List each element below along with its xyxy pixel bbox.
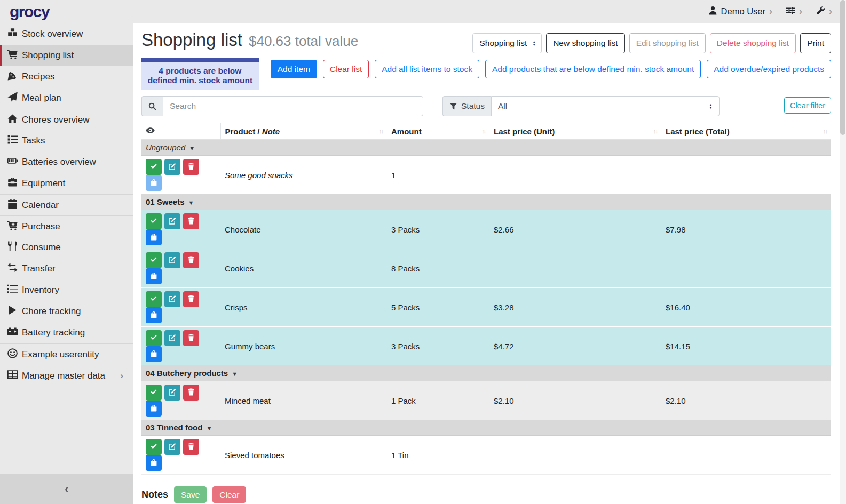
column-header-product-note[interactable]: Product / Note↑↓	[220, 123, 387, 140]
top-navbar: grocy Demo User › › ›	[0, 0, 846, 23]
edit-row-button[interactable]	[164, 213, 180, 229]
product-card-row-button[interactable]	[146, 229, 162, 245]
product-card-row-button[interactable]	[146, 346, 162, 362]
column-header-last-price-total[interactable]: Last price (Total)↑↓	[661, 123, 831, 140]
product-card-row-button[interactable]	[146, 307, 162, 323]
tasks-icon	[7, 134, 18, 147]
delete-row-button[interactable]	[183, 439, 199, 455]
sidebar-item-chore-tracking[interactable]: Chore tracking	[0, 301, 133, 322]
notes-save-button[interactable]: Save	[174, 486, 207, 503]
sidebar-item-consume[interactable]: Consume	[0, 237, 133, 258]
sidebar-item-stock-overview[interactable]: Stock overview	[0, 23, 133, 45]
list-icon	[7, 284, 18, 297]
status-filter-group: Status All ▲▼	[442, 96, 720, 116]
add-overdue-expired-products-button[interactable]: Add overdue/expired products	[707, 60, 831, 78]
delete-row-button[interactable]	[183, 330, 199, 346]
sidebar-item-chores-overview[interactable]: Chores overview	[0, 109, 133, 130]
group-row-04-butchery-products[interactable]: 04 Butchery products▼	[141, 365, 831, 381]
user-menu[interactable]: Demo User ›	[708, 6, 772, 17]
app-logo[interactable]: grocy	[10, 3, 49, 21]
cell-last-price-total: $14.15	[661, 327, 831, 366]
group-row-01-sweets[interactable]: 01 Sweets▼	[141, 194, 831, 210]
done-row-button[interactable]	[146, 213, 162, 229]
sidebar-item-inventory[interactable]: Inventory	[0, 279, 133, 301]
done-row-button[interactable]	[146, 159, 162, 175]
sidebar-item-label: Tasks	[22, 135, 45, 146]
status-select[interactable]: All ▲▼	[491, 96, 720, 116]
scrollbar-thumb[interactable]	[840, 0, 845, 135]
group-row-ungrouped[interactable]: Ungrouped▼	[141, 140, 831, 156]
sidebar-item-batteries-overview[interactable]: Batteries overview	[0, 151, 133, 173]
delete-row-button[interactable]	[183, 385, 199, 401]
pizza-slice-icon	[7, 70, 18, 83]
sidebar-item-purchase[interactable]: Purchase	[0, 215, 133, 237]
sort-icon: ↑↓	[379, 128, 383, 134]
cell-last-price-unit	[489, 249, 661, 288]
sidebar-item-shopping-list[interactable]: Shopping list	[0, 45, 133, 66]
edit-row-button[interactable]	[164, 330, 180, 346]
sidebar-item-label: Example userentity	[22, 349, 99, 360]
column-header-amount[interactable]: Amount↑↓	[387, 123, 489, 140]
page-title: Shopping list	[141, 30, 242, 50]
check-icon	[150, 163, 157, 172]
done-row-button[interactable]	[146, 291, 162, 307]
print-button[interactable]: Print	[800, 33, 831, 53]
cell-last-price-total: $16.40	[661, 288, 831, 327]
delete-row-button[interactable]	[183, 213, 199, 229]
edit-shopping-list-button[interactable]: Edit shopping list	[629, 33, 706, 53]
done-row-button[interactable]	[146, 330, 162, 346]
check-icon	[150, 443, 157, 452]
sidebar-item-transfer[interactable]: Transfer	[0, 258, 133, 279]
cell-last-price-unit	[489, 156, 661, 195]
product-card-row-button[interactable]	[146, 455, 162, 471]
sidebar-item-calendar[interactable]: Calendar	[0, 194, 133, 215]
sidebar-item-meal-plan[interactable]: Meal plan	[0, 87, 133, 109]
delete-row-button[interactable]	[183, 291, 199, 307]
product-card-row-button[interactable]	[146, 175, 162, 191]
add-all-list-items-to-stock-button[interactable]: Add all list items to stock	[375, 60, 479, 78]
done-row-button[interactable]	[146, 439, 162, 455]
product-card-row-button[interactable]	[146, 268, 162, 284]
table-row-some-good-snacks: Some good snacks1	[141, 156, 831, 195]
sidebar-item-tasks[interactable]: Tasks	[0, 130, 133, 151]
done-row-button[interactable]	[146, 252, 162, 268]
sidebar-item-recipes[interactable]: Recipes	[0, 66, 133, 87]
edit-row-button[interactable]	[164, 159, 180, 175]
delete-row-button[interactable]	[183, 159, 199, 175]
group-row-03-tinned-food[interactable]: 03 Tinned food▼	[141, 420, 831, 436]
column-header-last-price-unit[interactable]: Last price (Unit)↑↓	[489, 123, 661, 140]
car-battery-icon	[7, 326, 18, 339]
edit-row-button[interactable]	[164, 252, 180, 268]
edit-row-button[interactable]	[164, 439, 180, 455]
sidebar-item-label: Transfer	[22, 263, 56, 274]
sidebar-item-manage-master-data[interactable]: Manage master data›	[0, 365, 133, 386]
table-row-minced-meat: Minced meat1 Pack$2.10$2.10	[141, 381, 831, 420]
settings-menu[interactable]: ›	[786, 6, 802, 17]
sidebar-item-battery-tracking[interactable]: Battery tracking	[0, 322, 133, 343]
sidebar-item-example-userentity[interactable]: Example userentity	[0, 343, 133, 365]
edit-row-button[interactable]	[164, 291, 180, 307]
sidebar-collapse[interactable]: ‹	[0, 474, 133, 504]
cell-product: Chocolate	[220, 210, 387, 249]
search-input[interactable]	[163, 96, 423, 116]
wrench-icon	[816, 6, 825, 17]
delete-shopping-list-button[interactable]: Delete shopping list	[710, 33, 796, 53]
add-products-that-are-below-defined-min-stock-amount-button[interactable]: Add products that are below defined min.…	[485, 60, 701, 78]
done-row-button[interactable]	[146, 385, 162, 401]
table-icon	[7, 370, 18, 382]
user-icon	[708, 6, 717, 17]
clear-list-button[interactable]: Clear list	[323, 60, 369, 78]
battery-icon	[7, 156, 18, 169]
add-item-button[interactable]: Add item	[271, 60, 317, 78]
sidebar-item-equipment[interactable]: Equipment	[0, 173, 133, 194]
column-visibility-toggle[interactable]	[141, 123, 220, 140]
clear-filter-button[interactable]: Clear filter	[784, 97, 831, 114]
edit-icon	[169, 443, 176, 452]
product-card-row-button[interactable]	[146, 401, 162, 417]
notes-clear-button[interactable]: Clear	[212, 486, 246, 503]
admin-menu[interactable]: ›	[816, 6, 832, 17]
edit-row-button[interactable]	[164, 385, 180, 401]
shopping-list-select[interactable]: Shopping list ▲▼	[472, 33, 542, 53]
delete-row-button[interactable]	[183, 252, 199, 268]
new-shopping-list-button[interactable]: New shopping list	[546, 33, 624, 53]
